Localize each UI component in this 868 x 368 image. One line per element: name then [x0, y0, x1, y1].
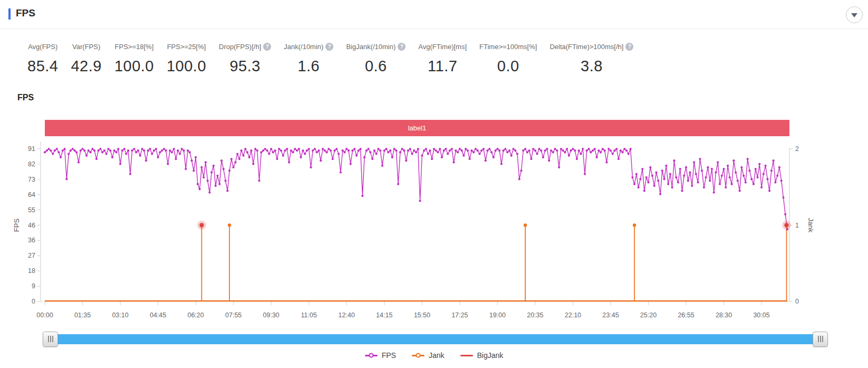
x-tick-label: 19:00	[489, 312, 506, 319]
x-tick-label: 00:00	[36, 312, 53, 319]
panel-header: FPS	[0, 0, 868, 29]
x-tick-label: 28:30	[716, 312, 732, 319]
fps-legend-marker-icon	[365, 355, 378, 356]
x-tick-label: 04:45	[150, 312, 166, 319]
metric-label: FPS>=25[%]	[167, 43, 206, 51]
x-tick-label: 17:25	[451, 312, 468, 319]
metric-value: 100.0	[114, 58, 154, 75]
metric-value: 1.6	[284, 58, 333, 75]
y-right-axis-name: Jank	[807, 218, 815, 233]
x-tick-label: 25:20	[640, 312, 657, 319]
metric: BigJank(/10min)?0.6	[346, 43, 406, 75]
chart-section-title: FPS	[17, 93, 868, 103]
metric-label: Var(FPS)	[72, 43, 100, 51]
x-tick-label: 23:45	[602, 312, 619, 319]
metric-value: 0.6	[346, 58, 406, 75]
bigjank-legend-marker-icon	[460, 355, 473, 356]
datazoom-range-bar[interactable]	[56, 334, 814, 344]
metric-value: 42.9	[71, 58, 101, 75]
legend-item-fps[interactable]: FPS	[365, 351, 396, 360]
metric: Avg(FTime)[ms]11.7	[418, 43, 467, 75]
metric: FPS>=18[%]100.0	[114, 43, 154, 75]
metric: Jank(/10min)?1.6	[284, 43, 333, 75]
metric-value: 85.4	[27, 58, 58, 75]
metric-label: BigJank(/10min)	[346, 43, 396, 51]
metric-value: 3.8	[549, 58, 633, 75]
x-tick-label: 30:05	[753, 312, 769, 319]
metric-label: FTime>=100ms[%]	[479, 43, 537, 51]
x-tick-label: 09:30	[263, 312, 279, 319]
help-icon[interactable]: ?	[625, 43, 633, 51]
y-left-tick-label: 36	[28, 237, 35, 244]
chart-banner: label1	[45, 120, 789, 136]
y-left-tick-label: 73	[28, 176, 35, 183]
legend-item-bigjank[interactable]: BigJank	[460, 351, 504, 360]
metric-label: Avg(FPS)	[28, 43, 57, 51]
metric-value: 0.0	[479, 58, 537, 75]
header-accent-bar	[8, 8, 11, 20]
y-left-tick-label: 0	[32, 298, 35, 305]
x-tick-label: 15:50	[414, 312, 430, 319]
legend-label: BigJank	[477, 351, 504, 360]
panel-title: FPS	[16, 7, 35, 19]
y-left-tick-label: 91	[28, 145, 35, 153]
metric-value: 11.7	[418, 58, 467, 75]
metric: Delta(FTime)>100ms[/h]?3.8	[549, 43, 633, 75]
chevron-down-icon	[851, 13, 857, 17]
y-left-tick-label: 82	[28, 161, 35, 168]
y-left-tick-label: 46	[28, 222, 35, 229]
x-tick-label: 01:35	[74, 312, 91, 319]
x-tick-label: 11:05	[301, 312, 317, 319]
legend-label: FPS	[382, 351, 396, 360]
y-left-tick-label: 9	[32, 282, 35, 290]
datazoom-left-handle[interactable]	[43, 332, 58, 347]
x-tick-label: 20:35	[527, 312, 543, 319]
help-icon[interactable]: ?	[325, 43, 333, 51]
y-right-tick-label: 0	[795, 298, 799, 305]
metric-value: 100.0	[167, 58, 206, 75]
y-right-tick-label: 1	[795, 222, 799, 229]
metric-label: Drop(FPS)[/h]	[219, 43, 261, 51]
metric-label: FPS>=18[%]	[115, 43, 154, 51]
bigjank-markers	[197, 221, 791, 230]
metric: FTime>=100ms[%]0.0	[479, 43, 537, 75]
metric: Var(FPS)42.9	[71, 43, 101, 75]
x-tick-label: 03:10	[112, 312, 128, 319]
y-left-tick-label: 27	[28, 252, 35, 259]
metrics-row: Avg(FPS)85.4Var(FPS)42.9FPS>=18[%]100.0F…	[0, 29, 868, 75]
chart-banner-label: label1	[408, 124, 427, 132]
metric-label: Avg(FTime)[ms]	[418, 43, 467, 51]
fps-series	[44, 148, 788, 231]
help-icon[interactable]: ?	[398, 43, 406, 51]
legend-label: Jank	[429, 351, 445, 360]
metric-label: Delta(FTime)>100ms[/h]	[549, 43, 623, 51]
metric: FPS>=25[%]100.0	[167, 43, 206, 75]
y-left-tick-label: 55	[28, 206, 35, 214]
x-tick-label: 06:20	[187, 312, 204, 319]
x-tick-label: 12:40	[339, 312, 355, 319]
metric-label: Jank(/10min)	[284, 43, 323, 51]
x-tick-label: 22:10	[565, 312, 581, 319]
fps-line-chart[interactable]: 0918273646556473829101200:0001:3503:1004…	[0, 136, 868, 327]
x-tick-label: 26:55	[678, 312, 694, 319]
datazoom-slider	[43, 332, 828, 346]
x-tick-label: 14:15	[376, 312, 392, 319]
jank-legend-marker-icon	[412, 355, 425, 356]
metric: Drop(FPS)[/h]?95.3	[219, 43, 271, 75]
x-tick-label: 07:55	[225, 312, 242, 319]
chart-legend: FPSJankBigJank	[0, 351, 868, 360]
y-left-axis-name: FPS	[13, 219, 21, 232]
y-left-tick-label: 64	[28, 191, 35, 199]
legend-item-jank[interactable]: Jank	[412, 351, 445, 360]
datazoom-right-handle[interactable]	[813, 332, 828, 347]
jank-series	[45, 223, 788, 301]
help-icon[interactable]: ?	[263, 43, 271, 51]
metric-value: 95.3	[219, 58, 271, 75]
metric: Avg(FPS)85.4	[27, 43, 58, 75]
collapse-button[interactable]	[846, 6, 863, 23]
y-right-tick-label: 2	[795, 145, 799, 153]
y-left-tick-label: 18	[28, 267, 35, 275]
